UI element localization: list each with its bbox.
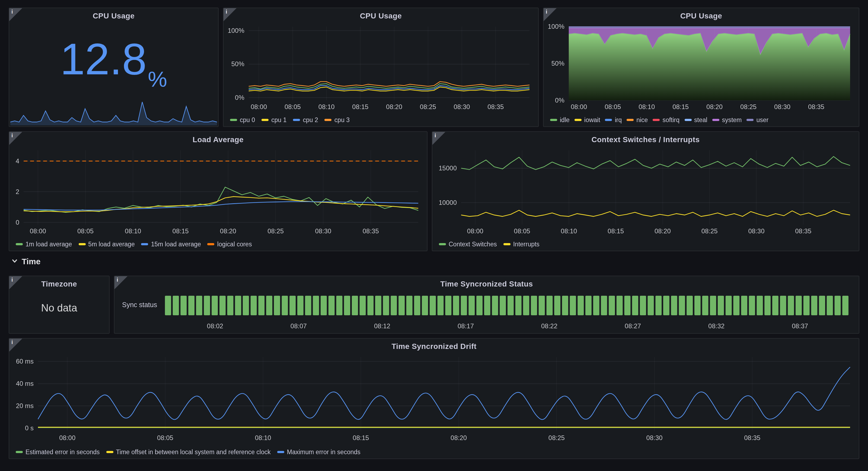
legend-item[interactable]: idle bbox=[550, 117, 569, 123]
cpu-stacked-legend: idleiowaitirqnicesoftirqstealsystemuser bbox=[550, 117, 769, 123]
legend-label: cpu 0 bbox=[240, 117, 255, 123]
svg-text:60 ms: 60 ms bbox=[16, 358, 34, 365]
legend-swatch-icon bbox=[325, 119, 332, 121]
svg-text:20 ms: 20 ms bbox=[16, 402, 34, 409]
legend-swatch-icon bbox=[439, 243, 446, 245]
svg-text:40 ms: 40 ms bbox=[16, 380, 34, 387]
svg-text:08:25: 08:25 bbox=[420, 103, 436, 111]
svg-text:08:30: 08:30 bbox=[646, 434, 663, 441]
svg-text:08:35: 08:35 bbox=[808, 103, 824, 111]
svg-text:50%: 50% bbox=[231, 60, 244, 67]
panel-title[interactable]: Load Average bbox=[9, 135, 427, 144]
legend-swatch-icon bbox=[293, 119, 300, 121]
svg-text:4: 4 bbox=[16, 157, 19, 165]
svg-text:0 s: 0 s bbox=[25, 424, 34, 432]
drift-legend: Estimated error in secondsTime offset in… bbox=[16, 449, 361, 455]
legend-item[interactable]: Context Switches bbox=[439, 241, 497, 247]
svg-text:08:15: 08:15 bbox=[352, 434, 369, 441]
svg-text:08:15: 08:15 bbox=[608, 227, 624, 235]
svg-text:08:35: 08:35 bbox=[363, 227, 379, 235]
svg-text:08:05: 08:05 bbox=[77, 227, 94, 235]
cpu-line-chart[interactable]: 08:0008:0508:1008:1508:2008:2508:3008:35… bbox=[226, 22, 535, 111]
svg-text:08:15: 08:15 bbox=[673, 103, 689, 111]
legend-item[interactable]: cpu 3 bbox=[325, 117, 350, 123]
panel-title[interactable]: CPU Usage bbox=[544, 11, 859, 20]
legend-swatch-icon bbox=[106, 451, 113, 453]
panel-cpu-usage-lines: i CPU Usage 08:0008:0508:1008:1508:2008:… bbox=[223, 8, 539, 127]
legend-swatch-icon bbox=[684, 119, 691, 121]
legend-item[interactable]: irq bbox=[605, 117, 622, 123]
panel-time-sync-drift: i Time Syncronized Drift 08:0008:0508:10… bbox=[9, 338, 859, 459]
legend-swatch-icon bbox=[653, 119, 660, 121]
section-label: Time bbox=[22, 256, 41, 266]
sync-status-chart[interactable]: 08:0208:0708:1208:1708:2208:2708:3208:37 bbox=[163, 294, 851, 331]
legend-label: softirq bbox=[662, 117, 680, 123]
svg-text:08:07: 08:07 bbox=[290, 322, 307, 330]
load-average-chart[interactable]: 08:0008:0508:1008:1508:2008:2508:3008:35… bbox=[11, 146, 424, 235]
panel-title[interactable]: Time Syncronized Status bbox=[115, 279, 859, 288]
stat-sparkline[interactable] bbox=[10, 97, 217, 125]
cpu-stacked-chart[interactable]: 08:0008:0508:1008:1508:2008:2508:3008:35… bbox=[546, 22, 856, 111]
svg-text:50%: 50% bbox=[552, 60, 564, 67]
legend-label: 1m load average bbox=[26, 241, 72, 247]
legend-item[interactable]: iowait bbox=[575, 117, 600, 123]
svg-text:08:30: 08:30 bbox=[748, 227, 764, 235]
legend-item[interactable]: 5m load average bbox=[79, 241, 134, 247]
legend-item[interactable]: cpu 0 bbox=[230, 117, 255, 123]
legend-label: Maximum error in seconds bbox=[287, 449, 361, 455]
panel-load-average: i Load Average 08:0008:0508:1008:1508:20… bbox=[9, 131, 428, 251]
panel-title[interactable]: Time Syncronized Drift bbox=[9, 342, 859, 351]
drift-chart[interactable]: 08:0008:0508:1008:1508:2008:2508:3008:35… bbox=[11, 353, 856, 442]
panel-title[interactable]: CPU Usage bbox=[223, 11, 538, 20]
legend-item[interactable]: softirq bbox=[653, 117, 680, 123]
legend-label: 5m load average bbox=[88, 241, 134, 247]
legend-label: Time offset in between local system and … bbox=[116, 449, 271, 455]
legend-item[interactable]: 15m load average bbox=[141, 241, 201, 247]
svg-text:08:35: 08:35 bbox=[488, 103, 504, 111]
legend-label: logical cores bbox=[217, 241, 252, 247]
legend-item[interactable]: Interrupts bbox=[503, 241, 539, 247]
chevron-down-icon bbox=[11, 257, 19, 265]
legend-item[interactable]: Maximum error in seconds bbox=[277, 449, 361, 455]
panel-title[interactable]: CPU Usage bbox=[9, 11, 218, 20]
legend-item[interactable]: steal bbox=[684, 117, 707, 123]
svg-text:08:17: 08:17 bbox=[457, 322, 474, 330]
svg-text:08:10: 08:10 bbox=[125, 227, 141, 235]
legend-swatch-icon bbox=[16, 243, 23, 245]
legend-item[interactable]: cpu 2 bbox=[293, 117, 318, 123]
legend-label: nice bbox=[637, 117, 648, 123]
legend-swatch-icon bbox=[141, 243, 148, 245]
legend-item[interactable]: cpu 1 bbox=[261, 117, 286, 123]
legend-item[interactable]: Estimated error in seconds bbox=[16, 449, 100, 455]
panel-title[interactable]: Timezone bbox=[9, 279, 109, 288]
svg-text:08:25: 08:25 bbox=[702, 227, 718, 235]
legend-swatch-icon bbox=[550, 119, 557, 121]
svg-text:08:30: 08:30 bbox=[774, 103, 790, 111]
sync-status-row: Sync status 08:0208:0708:1208:1708:2208:… bbox=[122, 294, 851, 331]
svg-text:08:20: 08:20 bbox=[451, 434, 467, 441]
legend-item[interactable]: Time offset in between local system and … bbox=[106, 449, 271, 455]
context-switches-chart[interactable]: 08:0008:0508:1008:1508:2008:2508:3008:35… bbox=[435, 146, 856, 235]
panel-title[interactable]: Context Switches / Interrupts bbox=[432, 135, 859, 144]
legend-swatch-icon bbox=[16, 451, 23, 453]
legend-item[interactable]: logical cores bbox=[208, 241, 252, 247]
legend-item[interactable]: user bbox=[747, 117, 769, 123]
legend-item[interactable]: nice bbox=[627, 117, 648, 123]
svg-text:08:02: 08:02 bbox=[207, 322, 223, 330]
panel-context-switches: i Context Switches / Interrupts 08:0008:… bbox=[432, 131, 859, 251]
svg-text:08:00: 08:00 bbox=[30, 227, 46, 235]
svg-text:08:20: 08:20 bbox=[654, 227, 671, 235]
legend-swatch-icon bbox=[712, 119, 719, 121]
svg-text:08:20: 08:20 bbox=[386, 103, 402, 111]
legend-swatch-icon bbox=[277, 451, 284, 453]
svg-text:10000: 10000 bbox=[439, 199, 457, 206]
section-row-time[interactable]: Time bbox=[11, 254, 41, 268]
legend-item[interactable]: 1m load average bbox=[16, 241, 72, 247]
legend-swatch-icon bbox=[230, 119, 237, 121]
legend-swatch-icon bbox=[747, 119, 754, 121]
svg-text:08:20: 08:20 bbox=[220, 227, 236, 235]
legend-item[interactable]: system bbox=[712, 117, 742, 123]
legend-swatch-icon bbox=[261, 119, 269, 121]
svg-text:0: 0 bbox=[16, 219, 19, 226]
svg-text:2: 2 bbox=[16, 188, 19, 195]
